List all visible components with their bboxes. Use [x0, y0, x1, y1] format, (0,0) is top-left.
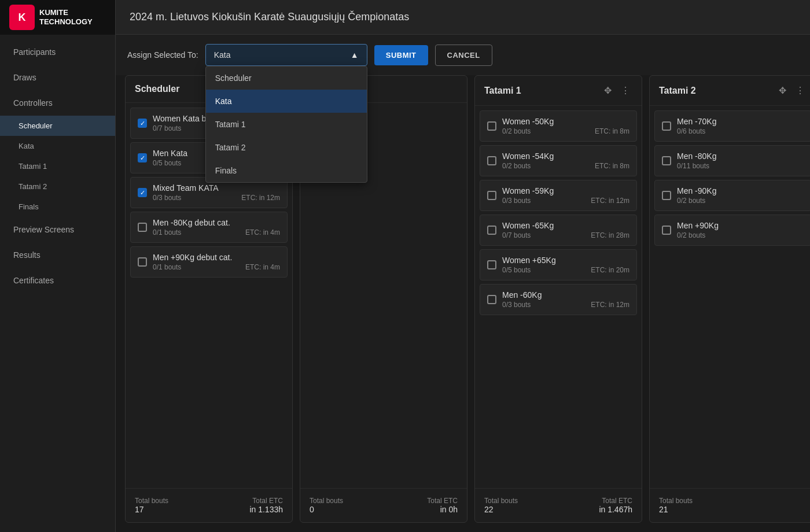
card-checkbox[interactable] — [662, 191, 671, 200]
menu-icon[interactable]: ⋮ — [618, 84, 632, 97]
card-checkbox[interactable] — [487, 191, 496, 200]
footer-total-etc: Total ETC in 1.467h — [599, 497, 632, 514]
card-title: Men +90Kg — [677, 221, 804, 230]
logo-text: KUMITE TECHNOLOGY — [39, 8, 93, 26]
list-item[interactable]: Men -80Kg debut cat. 0/1 bouts ETC: in 4… — [130, 212, 288, 243]
column-footer-kata: Total bouts 0 Total ETC in 0h — [300, 488, 467, 522]
list-item[interactable]: Women -65Kg 0/7 bouts ETC: in 28m — [480, 215, 637, 246]
column-header-actions-tatami1: ✥ ⋮ — [602, 84, 632, 97]
card-meta: 0/3 bouts ETC: in 12m — [502, 301, 629, 309]
column-footer-scheduler: Total bouts 17 Total ETC in 1.133h — [126, 488, 292, 522]
card-checkbox[interactable] — [487, 260, 496, 269]
dropdown-option-tatami2[interactable]: Tatami 2 — [206, 136, 367, 159]
card-checkbox[interactable] — [487, 295, 496, 304]
sidebar-item-draws[interactable]: Draws — [0, 65, 115, 90]
card-bouts: 0/5 bouts — [502, 266, 531, 274]
column-footer-tatami2: Total bouts 21 — [650, 488, 810, 522]
column-title-tatami2: Tatami 2 — [659, 86, 696, 96]
footer-total-bouts: Total bouts 22 — [484, 497, 518, 514]
column-body-tatami2: Men -70Kg 0/6 bouts Men -80Kg 0/11 bouts — [650, 106, 810, 488]
column-tatami2: Tatami 2 ✥ ⋮ Men -70Kg 0/6 bouts — [649, 75, 810, 523]
logo-icon: K — [9, 5, 35, 30]
main-area: 2024 m. Lietuvos Kiokušin Karatė Suaugus… — [116, 0, 810, 532]
card-checkbox[interactable] — [138, 188, 147, 197]
dropdown-option-finals[interactable]: Finals — [206, 159, 367, 182]
card-etc: ETC: in 28m — [591, 231, 629, 239]
list-item[interactable]: Men +90Kg debut cat. 0/1 bouts ETC: in 4… — [130, 246, 288, 278]
card-checkbox[interactable] — [662, 156, 671, 165]
sidebar-item-finals[interactable]: Finals — [0, 197, 115, 217]
list-item[interactable]: Women -59Kg 0/3 bouts ETC: in 12m — [480, 180, 637, 211]
list-item[interactable]: Men -60Kg 0/3 bouts ETC: in 12m — [480, 284, 637, 315]
card-checkbox[interactable] — [487, 226, 496, 235]
card-etc: ETC: in 8m — [595, 162, 629, 170]
card-etc: ETC: in 12m — [591, 197, 629, 205]
assign-dropdown[interactable]: Kata ▲ — [205, 44, 367, 66]
dropdown-option-kata[interactable]: Kata — [206, 90, 367, 113]
sidebar-item-participants[interactable]: Participants — [0, 39, 115, 65]
total-bouts-value: 0 — [310, 505, 343, 514]
sidebar: K KUMITE TECHNOLOGY Participants Draws C… — [0, 0, 116, 532]
card-checkbox[interactable] — [138, 153, 147, 162]
list-item[interactable]: Women +65Kg 0/5 bouts ETC: in 20m — [480, 249, 637, 280]
card-bouts: 0/5 bouts — [153, 159, 181, 167]
sidebar-item-controllers[interactable]: Controllers — [0, 90, 115, 116]
move-icon[interactable]: ✥ — [776, 84, 789, 97]
card-bouts: 0/6 bouts — [677, 127, 705, 135]
card-checkbox[interactable] — [138, 223, 147, 232]
list-item[interactable]: Women -50Kg 0/2 bouts ETC: in 8m — [480, 110, 637, 142]
card-title: Women -65Kg — [502, 221, 629, 230]
card-bouts: 0/7 bouts — [153, 124, 181, 132]
card-meta: 0/2 bouts — [677, 231, 804, 239]
column-tatami1: Tatami 1 ✥ ⋮ Women -50Kg 0/2 bouts ETC: … — [474, 75, 642, 523]
card-bouts: 0/2 bouts — [677, 231, 705, 239]
total-etc-value: in 1.133h — [249, 505, 283, 514]
card-title: Men -60Kg — [502, 290, 629, 300]
card-title: Men -80Kg — [677, 152, 804, 161]
card-etc: ETC: in 12m — [591, 301, 629, 309]
dropdown-option-scheduler[interactable]: Scheduler — [206, 66, 367, 90]
move-icon[interactable]: ✥ — [602, 84, 614, 97]
footer-total-etc: Total ETC in 0h — [427, 497, 458, 514]
total-bouts-value: 17 — [135, 505, 168, 514]
list-item[interactable]: Men -80Kg 0/11 bouts — [654, 145, 810, 176]
card-meta: 0/1 bouts ETC: in 4m — [153, 263, 280, 271]
list-item[interactable]: Men -70Kg 0/6 bouts — [654, 110, 810, 142]
card-checkbox[interactable] — [138, 119, 147, 128]
list-item[interactable]: Women -54Kg 0/2 bouts ETC: in 8m — [480, 145, 637, 176]
list-item[interactable]: Men -90Kg 0/2 bouts — [654, 180, 810, 211]
card-content: Men -80Kg debut cat. 0/1 bouts ETC: in 4… — [153, 218, 280, 237]
list-item[interactable]: Men +90Kg 0/2 bouts — [654, 215, 810, 246]
submit-button[interactable]: SUBMIT — [374, 45, 428, 65]
column-header-tatami1: Tatami 1 ✥ ⋮ — [475, 76, 642, 106]
card-title: Men +90Kg debut cat. — [153, 253, 280, 262]
footer-total-bouts: Total bouts 0 — [310, 497, 343, 514]
total-bouts-label: Total bouts — [135, 497, 168, 505]
card-meta: 0/2 bouts ETC: in 8m — [502, 127, 629, 135]
card-checkbox[interactable] — [487, 121, 496, 131]
card-title: Women -50Kg — [502, 117, 629, 126]
card-content: Women -59Kg 0/3 bouts ETC: in 12m — [502, 186, 629, 205]
total-etc-label: Total ETC — [427, 497, 458, 505]
total-etc-value: in 1.467h — [599, 505, 632, 514]
sidebar-item-tatami2[interactable]: Tatami 2 — [0, 176, 115, 197]
total-etc-label: Total ETC — [599, 497, 632, 505]
total-etc-value: in 0h — [427, 505, 458, 514]
sidebar-item-scheduler[interactable]: Scheduler — [0, 116, 115, 136]
sidebar-item-tatami1[interactable]: Tatami 1 — [0, 156, 115, 176]
sidebar-item-kata[interactable]: Kata — [0, 136, 115, 156]
sidebar-item-certificates[interactable]: Certificates — [0, 268, 115, 293]
card-title: Men -70Kg — [677, 117, 804, 126]
card-checkbox[interactable] — [662, 121, 671, 131]
card-checkbox[interactable] — [662, 226, 671, 235]
menu-icon[interactable]: ⋮ — [793, 84, 807, 97]
card-checkbox[interactable] — [487, 156, 496, 165]
card-content: Men -70Kg 0/6 bouts — [677, 117, 804, 135]
card-bouts: 0/7 bouts — [502, 231, 531, 239]
main-header: 2024 m. Lietuvos Kiokušin Karatė Suaugus… — [116, 0, 810, 35]
cancel-button[interactable]: CANCEL — [435, 45, 492, 66]
card-checkbox[interactable] — [138, 257, 147, 267]
sidebar-item-results[interactable]: Results — [0, 242, 115, 268]
sidebar-item-preview[interactable]: Preview Screens — [0, 217, 115, 242]
dropdown-option-tatami1[interactable]: Tatami 1 — [206, 113, 367, 136]
